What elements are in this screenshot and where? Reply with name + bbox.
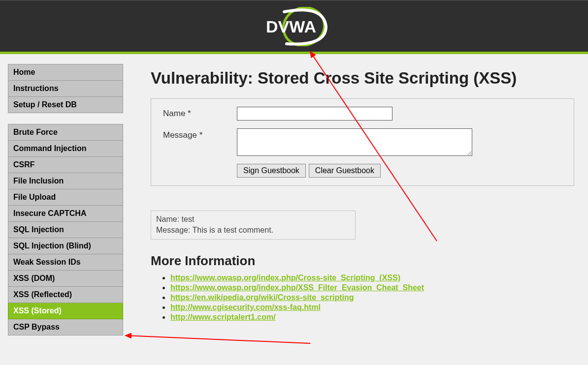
- sign-guestbook-button[interactable]: Sign Guestbook: [237, 164, 306, 178]
- sidebar-item-csrf[interactable]: CSRF: [8, 157, 123, 173]
- header: DVWA: [0, 0, 588, 54]
- entry-name-label: Name:: [156, 215, 179, 223]
- sidebar-item-xss-stored[interactable]: XSS (Stored): [8, 303, 123, 319]
- svg-text:DVWA: DVWA: [266, 17, 316, 36]
- sidebar-item-xss-dom[interactable]: XSS (DOM): [8, 271, 123, 287]
- sidebar-item-csp-bypass[interactable]: CSP Bypass: [8, 319, 123, 335]
- sidebar-item-home[interactable]: Home: [8, 64, 123, 81]
- dvwa-logo: DVWA: [257, 7, 331, 46]
- message-textarea[interactable]: [237, 128, 472, 156]
- info-link[interactable]: http://www.cgisecurity.com/xss-faq.html: [170, 303, 321, 311]
- info-link-item: http://www.cgisecurity.com/xss-faq.html: [170, 303, 583, 312]
- sidebar-item-insecure-captcha[interactable]: Insecure CAPTCHA: [8, 206, 123, 222]
- info-link-item: https://en.wikipedia.org/wiki/Cross-site…: [170, 293, 583, 302]
- sidebar-item-xss-reflected[interactable]: XSS (Reflected): [8, 287, 123, 303]
- info-link-item: http://www.scriptalert1.com/: [170, 313, 583, 322]
- guestbook-entry: Name: test Message: This is a test comme…: [151, 211, 356, 240]
- entry-message-value: This is a test comment.: [193, 226, 274, 234]
- sidebar-item-sql-injection[interactable]: SQL Injection: [8, 222, 123, 238]
- info-link-item: https://www.owasp.org/index.php/XSS_Filt…: [170, 283, 583, 292]
- info-link[interactable]: https://www.owasp.org/index.php/Cross-si…: [170, 274, 400, 282]
- main-content: Vulnerability: Stored Cross Site Scripti…: [123, 64, 583, 346]
- info-links-list: https://www.owasp.org/index.php/Cross-si…: [161, 274, 583, 322]
- guestbook-form: Name * Message * Sign Guestbook Clear Gu…: [151, 98, 574, 186]
- sidebar-item-instructions[interactable]: Instructions: [8, 81, 123, 97]
- page-title: Vulnerability: Stored Cross Site Scripti…: [151, 69, 583, 88]
- info-link[interactable]: http://www.scriptalert1.com/: [170, 313, 276, 321]
- entry-message-label: Message:: [156, 226, 190, 234]
- message-label: Message *: [163, 128, 237, 140]
- more-information-heading: More Information: [151, 253, 583, 269]
- info-link[interactable]: https://en.wikipedia.org/wiki/Cross-site…: [170, 293, 354, 302]
- info-link[interactable]: https://www.owasp.org/index.php/XSS_Filt…: [170, 283, 424, 292]
- sidebar-item-weak-session-ids[interactable]: Weak Session IDs: [8, 254, 123, 271]
- info-link-item: https://www.owasp.org/index.php/Cross-si…: [170, 274, 583, 282]
- clear-guestbook-button[interactable]: Clear Guestbook: [309, 164, 381, 178]
- entry-name-value: test: [182, 215, 195, 223]
- sidebar-item-command-injection[interactable]: Command Injection: [8, 141, 123, 157]
- name-input[interactable]: [237, 107, 392, 121]
- sidebar: HomeInstructionsSetup / Reset DBBrute Fo…: [8, 64, 123, 346]
- sidebar-item-file-inclusion[interactable]: File Inclusion: [8, 173, 123, 189]
- sidebar-item-setup-reset-db[interactable]: Setup / Reset DB: [8, 97, 123, 113]
- sidebar-item-sql-injection-blind[interactable]: SQL Injection (Blind): [8, 238, 123, 254]
- sidebar-item-file-upload[interactable]: File Upload: [8, 189, 123, 206]
- sidebar-item-brute-force[interactable]: Brute Force: [8, 124, 123, 141]
- name-label: Name *: [163, 107, 237, 119]
